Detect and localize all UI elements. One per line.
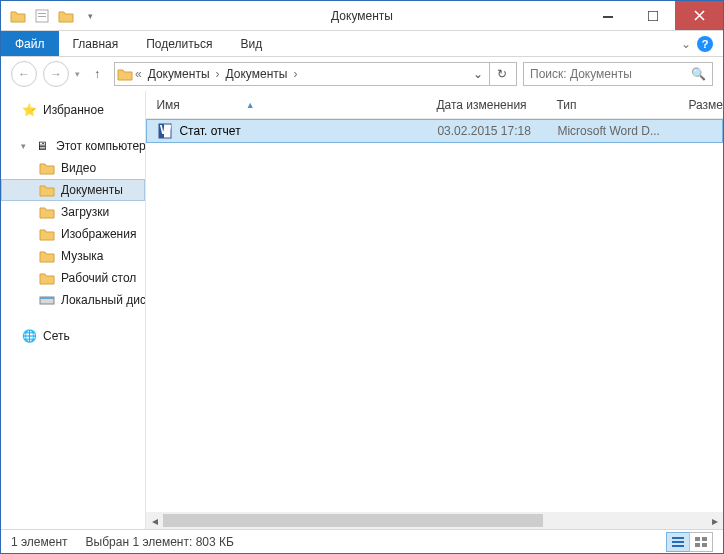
folder-icon — [39, 226, 55, 242]
status-selection: Выбран 1 элемент: 803 КБ — [86, 535, 234, 549]
scroll-track[interactable] — [163, 512, 706, 529]
file-name: Стат. отчет — [179, 124, 240, 138]
svg-rect-15 — [695, 543, 700, 547]
tree-label: Рабочий стол — [61, 271, 136, 285]
svg-rect-6 — [40, 297, 54, 299]
minimize-button[interactable] — [585, 1, 630, 30]
view-switcher — [667, 532, 713, 552]
up-button[interactable]: ↑ — [86, 63, 108, 85]
expand-ribbon-icon[interactable]: ⌄ — [681, 37, 691, 51]
svg-rect-1 — [38, 13, 46, 14]
word-document-icon: W — [157, 123, 173, 139]
tree-label: Документы — [61, 183, 123, 197]
svg-rect-4 — [648, 11, 658, 21]
tree-label: Музыка — [61, 249, 103, 263]
window-title: Документы — [331, 9, 393, 23]
ribbon-right: ⌄ ? — [681, 31, 723, 56]
column-headers: Имя ▲ Дата изменения Тип Разме — [146, 91, 723, 119]
forward-button[interactable]: → — [43, 61, 69, 87]
tab-home[interactable]: Главная — [59, 31, 133, 56]
address-row: ← → ▾ ↑ « Документы › Документы › ⌄ ↻ 🔍 — [1, 57, 723, 91]
tab-share[interactable]: Поделиться — [132, 31, 226, 56]
recent-locations-icon[interactable]: ▾ — [75, 69, 80, 79]
scroll-right-icon[interactable]: ▸ — [706, 512, 723, 529]
svg-rect-13 — [695, 537, 700, 541]
folder-icon — [39, 160, 55, 176]
tree-network[interactable]: 🌐 Сеть — [1, 325, 145, 347]
file-row[interactable]: W Стат. отчет 03.02.2015 17:18 Microsoft… — [146, 119, 723, 143]
column-name[interactable]: Имя ▲ — [156, 98, 436, 112]
address-dropdown-icon[interactable]: ⌄ — [467, 67, 489, 81]
svg-rect-3 — [603, 16, 613, 18]
help-icon[interactable]: ? — [697, 36, 713, 52]
sort-ascending-icon: ▲ — [246, 100, 255, 110]
navigation-pane: ⭐ Избранное 🖥 Этот компьютер Видео Докум… — [1, 91, 146, 529]
tree-label: Локальный диск (C — [61, 293, 146, 307]
file-type: Microsoft Word D... — [557, 124, 689, 138]
tree-local-disk[interactable]: Локальный диск (C — [1, 289, 145, 311]
svg-rect-16 — [702, 543, 707, 547]
properties-icon[interactable] — [31, 5, 53, 27]
tab-file[interactable]: Файл — [1, 31, 59, 56]
svg-text:W: W — [160, 123, 172, 137]
tree-label: Этот компьютер — [56, 139, 146, 153]
tree-music[interactable]: Музыка — [1, 245, 145, 267]
tree-label: Загрузки — [61, 205, 109, 219]
breadcrumb[interactable]: Документы — [222, 67, 292, 81]
tree-label: Сеть — [43, 329, 70, 343]
search-input[interactable] — [530, 67, 691, 81]
tree-favorites[interactable]: ⭐ Избранное — [1, 99, 145, 121]
folder-icon — [39, 270, 55, 286]
tab-view[interactable]: Вид — [226, 31, 276, 56]
ribbon-tabs: Файл Главная Поделиться Вид ⌄ ? — [1, 31, 723, 57]
file-date: 03.02.2015 17:18 — [437, 124, 557, 138]
svg-rect-14 — [702, 537, 707, 541]
back-button[interactable]: ← — [11, 61, 37, 87]
breadcrumb[interactable]: Документы — [144, 67, 214, 81]
title-bar: ▾ Документы — [1, 1, 723, 31]
folder-icon — [39, 248, 55, 264]
tree-this-pc[interactable]: 🖥 Этот компьютер — [1, 135, 145, 157]
status-count: 1 элемент — [11, 535, 68, 549]
network-icon: 🌐 — [21, 328, 37, 344]
star-icon: ⭐ — [21, 102, 37, 118]
folder-icon — [117, 66, 133, 82]
details-view-button[interactable] — [666, 532, 690, 552]
tree-label: Видео — [61, 161, 96, 175]
tree-downloads[interactable]: Загрузки — [1, 201, 145, 223]
column-date[interactable]: Дата изменения — [436, 98, 556, 112]
scroll-thumb[interactable] — [163, 514, 543, 527]
folder-icon — [39, 182, 55, 198]
search-icon[interactable]: 🔍 — [691, 67, 706, 81]
chevron-right-icon[interactable]: › — [214, 67, 222, 81]
tree-label: Избранное — [43, 103, 104, 117]
chevron-right-icon[interactable]: › — [291, 67, 299, 81]
window-controls — [585, 1, 723, 30]
tree-documents[interactable]: Документы — [1, 179, 145, 201]
quick-access-toolbar: ▾ — [1, 5, 107, 27]
qat-dropdown-icon[interactable]: ▾ — [79, 5, 101, 27]
tree-desktop[interactable]: Рабочий стол — [1, 267, 145, 289]
icons-view-button[interactable] — [689, 532, 713, 552]
horizontal-scrollbar[interactable]: ◂ ▸ — [146, 512, 723, 529]
tree-pictures[interactable]: Изображения — [1, 223, 145, 245]
column-label: Имя — [156, 98, 179, 112]
svg-rect-10 — [672, 537, 684, 539]
svg-rect-11 — [672, 541, 684, 543]
column-type[interactable]: Тип — [556, 98, 688, 112]
maximize-button[interactable] — [630, 1, 675, 30]
scroll-left-icon[interactable]: ◂ — [146, 512, 163, 529]
computer-icon: 🖥 — [34, 138, 50, 154]
refresh-button[interactable]: ↻ — [489, 63, 514, 85]
close-button[interactable] — [675, 1, 723, 30]
folder-icon — [39, 204, 55, 220]
new-folder-icon[interactable] — [55, 5, 77, 27]
folder-icon[interactable] — [7, 5, 29, 27]
address-bar[interactable]: « Документы › Документы › ⌄ ↻ — [114, 62, 517, 86]
column-size[interactable]: Разме — [688, 98, 723, 112]
status-bar: 1 элемент Выбран 1 элемент: 803 КБ — [1, 529, 723, 553]
search-box[interactable]: 🔍 — [523, 62, 713, 86]
tree-videos[interactable]: Видео — [1, 157, 145, 179]
chevron-left-icon[interactable]: « — [133, 67, 144, 81]
svg-rect-12 — [672, 545, 684, 547]
